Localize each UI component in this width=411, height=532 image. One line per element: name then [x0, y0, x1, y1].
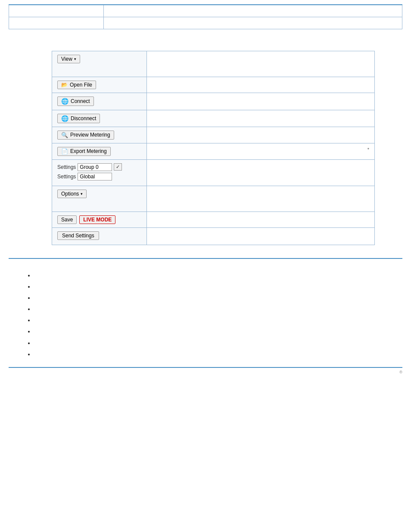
disconnect-button[interactable]: 🌐 Disconnect [57, 114, 100, 123]
folder-icon: 📂 [61, 82, 68, 88]
open-file-desc-cell [147, 77, 375, 93]
view-label: View [61, 56, 72, 62]
disconnect-label: Disconnect [71, 115, 96, 121]
settings-global-row: Settings [57, 173, 141, 180]
send-settings-button[interactable]: Send Settings [57, 231, 99, 240]
connect-row: 🌐 Connect [52, 93, 375, 110]
export-metering-desc-cell: * [147, 143, 375, 159]
bullet-item-6 [34, 328, 402, 336]
top-table [9, 4, 402, 29]
settings-group-input[interactable] [78, 163, 112, 171]
settings-cell: Settings ✓ Settings [52, 159, 147, 186]
bullet-list [9, 272, 402, 359]
preview-metering-button[interactable]: 🔍 Preview Metering [57, 131, 114, 140]
settings-global-label: Settings [57, 174, 76, 180]
bottom-section [9, 258, 402, 359]
export-metering-button[interactable]: 📄 Export Metering [57, 147, 111, 156]
preview-metering-cell: 🔍 Preview Metering [52, 127, 147, 143]
export-icon: 📄 [61, 148, 68, 155]
top-table-cell-1-1 [9, 5, 104, 17]
options-button[interactable]: Options ▾ [57, 190, 87, 198]
disconnect-row: 🌐 Disconnect [52, 110, 375, 127]
connect-desc-cell [147, 93, 375, 110]
disconnect-cell: 🌐 Disconnect [52, 110, 147, 127]
preview-metering-desc-cell [147, 127, 375, 143]
view-desc-cell [147, 51, 375, 77]
export-metering-row: 📄 Export Metering * [52, 143, 375, 159]
save-cell: Save LIVE MODE [52, 212, 147, 227]
view-button[interactable]: View ▾ [57, 55, 80, 63]
bullet-item-7 [34, 339, 402, 347]
open-file-cell: 📂 Open File [52, 77, 147, 93]
send-settings-desc-cell [147, 227, 375, 245]
view-dropdown-arrow: ▾ [74, 57, 76, 61]
connect-cell: 🌐 Connect [52, 93, 147, 110]
save-button[interactable]: Save [57, 215, 77, 224]
bullet-item-4 [34, 305, 402, 313]
options-dropdown-arrow: ▾ [81, 192, 83, 196]
top-table-cell-2-1 [9, 17, 104, 29]
disconnect-desc-cell [147, 110, 375, 127]
top-table-cell-2-2 [104, 17, 402, 29]
send-settings-row: Send Settings [52, 227, 375, 245]
footer-registered: ® [399, 370, 402, 374]
open-file-label: Open File [70, 82, 92, 88]
settings-group-row: Settings ✓ [57, 163, 141, 171]
save-live-row: Save LIVE MODE [52, 212, 375, 227]
settings-row: Settings ✓ Settings [52, 159, 375, 186]
view-row: View ▾ [52, 51, 375, 77]
export-metering-label: Export Metering [70, 148, 107, 154]
save-live-container: Save LIVE MODE [57, 215, 141, 224]
settings-desc-cell [147, 159, 375, 186]
bullet-item-8 [34, 351, 402, 358]
footer: ® [9, 367, 402, 374]
export-metering-cell: 📄 Export Metering [52, 143, 147, 159]
send-settings-cell: Send Settings [52, 227, 147, 245]
options-label: Options [61, 191, 79, 197]
bullet-item-2 [34, 283, 402, 291]
save-desc-cell [147, 212, 375, 227]
preview-metering-label: Preview Metering [70, 132, 110, 138]
disconnect-icon: 🌐 [61, 115, 68, 122]
open-file-button[interactable]: 📂 Open File [57, 81, 96, 89]
live-mode-button[interactable]: LIVE MODE [79, 215, 115, 224]
open-file-row: 📂 Open File [52, 77, 375, 93]
connect-icon: 🌐 [61, 98, 68, 105]
connect-label: Connect [71, 98, 90, 104]
options-cell: Options ▾ [52, 186, 147, 212]
preview-metering-row: 🔍 Preview Metering [52, 127, 375, 143]
bullet-item-3 [34, 294, 402, 302]
options-row: Options ▾ [52, 186, 375, 212]
view-cell: View ▾ [52, 51, 147, 77]
connect-button[interactable]: 🌐 Connect [57, 96, 94, 106]
main-table: View ▾ 📂 Open File [52, 51, 375, 245]
settings-group-label: Settings [57, 164, 76, 170]
preview-icon: 🔍 [61, 132, 68, 138]
bullet-item-1 [34, 272, 402, 280]
top-table-cell-1-2 [104, 5, 402, 17]
settings-global-input[interactable] [78, 173, 112, 180]
export-asterisk: * [367, 147, 369, 152]
bullet-item-5 [34, 317, 402, 324]
settings-check-icon[interactable]: ✓ [114, 163, 122, 171]
options-desc-cell [147, 186, 375, 212]
